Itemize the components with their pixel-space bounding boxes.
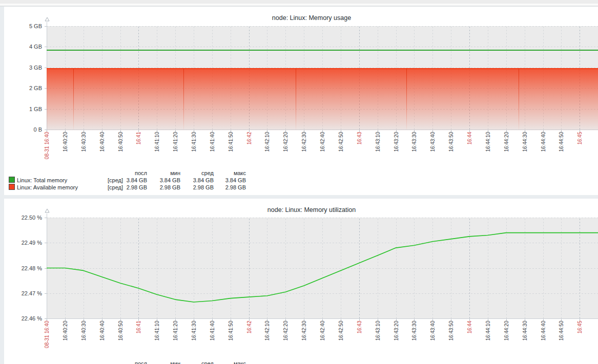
x-axis-label: 16:44:40	[540, 321, 546, 357]
x-axis-label: 16:43:40	[429, 321, 436, 357]
area-gradient-seam	[519, 68, 519, 130]
legend-spacer	[17, 360, 103, 364]
legend-swatch-cell	[9, 184, 17, 191]
dashboard-page: { "legend_headers": ["посл", "мин", "сре…	[0, 0, 598, 364]
x-axis-label: 16:42:40	[319, 321, 326, 357]
x-axis-label: 16:42:50	[337, 321, 344, 357]
total-memory-line	[47, 50, 598, 51]
memory-utilization-widget: node: Linux: Memory utilization 22.50 %2…	[4, 199, 598, 364]
x-axis-label: 16:40:50	[117, 132, 123, 168]
legend-value: 3.84 GB	[214, 177, 246, 184]
legend-value: 3.84 GB	[180, 177, 214, 184]
y-axis-label: 22.46 %	[6, 315, 42, 322]
legend-value: 2.98 GB	[214, 184, 246, 191]
legend-value: 2.98 GB	[123, 184, 147, 191]
x-axis-label: 16:42:50	[337, 132, 344, 168]
x-axis-label: 16:43:40	[429, 132, 436, 168]
legend-color-swatch	[9, 177, 15, 183]
x-axis-label: 16:44:10	[484, 321, 491, 357]
available-memory-area	[47, 68, 598, 131]
legend-header: макс	[214, 169, 246, 177]
x-axis-label: 16:44	[466, 132, 473, 168]
legend-row: Linux: Total memory[сред]3.84 GB3.84 GB3…	[4, 177, 291, 184]
legend-spacer	[103, 360, 123, 364]
x-axis-label: 16:43:20	[393, 321, 399, 357]
legend-header: сред	[180, 360, 214, 364]
x-axis-label: 16:41:40	[209, 321, 215, 357]
x-axis-label: 16:41:10	[154, 132, 160, 168]
memory-usage-widget: node: Linux: Memory usage 5 GB4 GB3 GB2 …	[4, 7, 598, 195]
legend-header: посл	[123, 169, 147, 177]
y-axis-label: 22.49 %	[6, 240, 42, 246]
x-axis-label: 16:40:40	[98, 321, 105, 357]
x-axis-label: 16:40:30	[80, 321, 87, 357]
graph-legend: послминсредмаксLinux: Total memory[сред]…	[4, 169, 291, 191]
x-axis-label: 08-31 16:40	[44, 132, 50, 168]
y-axis-label: 4 GB	[6, 44, 42, 50]
x-axis-label: 16:40:40	[98, 132, 105, 168]
memory-utilization-line	[47, 218, 598, 318]
x-axis-label: 16:41:20	[172, 321, 179, 357]
x-axis-label: 16:41:10	[154, 321, 160, 357]
y-axis-label: 0 B	[6, 126, 42, 133]
x-axis-label: 16:42:40	[319, 132, 326, 168]
area-gradient-seam	[406, 68, 407, 130]
x-axis-label: 16:41:40	[209, 132, 215, 168]
x-axis-label: 16:44:10	[484, 132, 491, 168]
chart-title: node: Linux: Memory utilization	[4, 206, 598, 213]
x-axis-label: 16:43:50	[448, 321, 455, 357]
legend-color-swatch	[9, 184, 15, 190]
x-axis-line	[47, 318, 598, 319]
legend-header: макс	[214, 360, 246, 364]
x-axis-label: 16:42:10	[264, 321, 271, 357]
legend-series-name: Linux: Available memory	[17, 184, 103, 191]
x-axis-label: 16:45	[576, 321, 583, 357]
x-axis-label: 16:44:20	[503, 132, 509, 168]
x-axis-label: 16:41:50	[227, 132, 234, 168]
x-axis-label: 16:41:20	[172, 132, 179, 168]
x-axis-label: 16:44:40	[540, 132, 546, 168]
x-axis-label: 16:42:20	[282, 321, 289, 357]
x-axis-label: 16:44:50	[558, 132, 565, 168]
x-axis-label: 16:42:10	[264, 132, 271, 168]
legend-spacer	[17, 169, 103, 177]
x-axis-label: 16:41:50	[227, 321, 234, 357]
x-axis-label: 16:44	[466, 321, 473, 357]
x-axis-label: 16:40:30	[80, 132, 87, 168]
x-axis-label: 16:41:30	[191, 321, 197, 357]
legend-header: сред	[180, 169, 214, 177]
x-axis-label: 16:41	[135, 132, 142, 168]
y-axis-label: 22.47 %	[6, 290, 42, 296]
legend-header-row: послминсредмакс	[4, 169, 291, 177]
x-axis-label: 16:41	[135, 321, 142, 357]
x-axis-label: 16:40:20	[61, 321, 68, 357]
area-gradient-seam	[73, 68, 74, 130]
legend-aggregation: [сред]	[103, 184, 123, 191]
legend-value: 3.84 GB	[123, 177, 147, 184]
x-axis-label: 16:42:20	[282, 132, 289, 168]
legend-spacer	[103, 169, 123, 177]
y-axis-label: 2 GB	[6, 85, 42, 91]
top-bar	[0, 0, 598, 4]
y-axis-label: 5 GB	[6, 23, 42, 29]
x-axis-label: 16:42	[245, 321, 252, 357]
legend-row: Linux: Available memory[сред]2.98 GB2.98…	[4, 184, 291, 191]
legend-header: мин	[147, 360, 180, 364]
legend-aggregation: [сред]	[103, 177, 123, 184]
x-axis-label: 16:40:20	[61, 132, 68, 168]
x-axis-label: 16:42:30	[301, 132, 307, 168]
x-axis-label: 16:41:30	[191, 132, 197, 168]
legend-header: мин	[147, 169, 180, 177]
x-axis-label: 16:43:10	[374, 321, 381, 357]
area-gradient-seam	[296, 68, 296, 130]
x-axis-label: 16:44:30	[521, 321, 528, 357]
y-axis-label: 22.48 %	[6, 265, 42, 271]
x-axis-label: 16:43:20	[393, 132, 399, 168]
legend-header: посл	[123, 360, 147, 364]
x-axis-label: 16:43	[356, 321, 362, 357]
x-axis-label: 16:44:20	[503, 321, 509, 357]
gridline-horizontal	[47, 47, 598, 47]
y-axis-arrow-icon	[45, 17, 50, 22]
x-axis-label: 16:43:10	[374, 132, 381, 168]
x-axis-label: 16:43:50	[448, 132, 455, 168]
